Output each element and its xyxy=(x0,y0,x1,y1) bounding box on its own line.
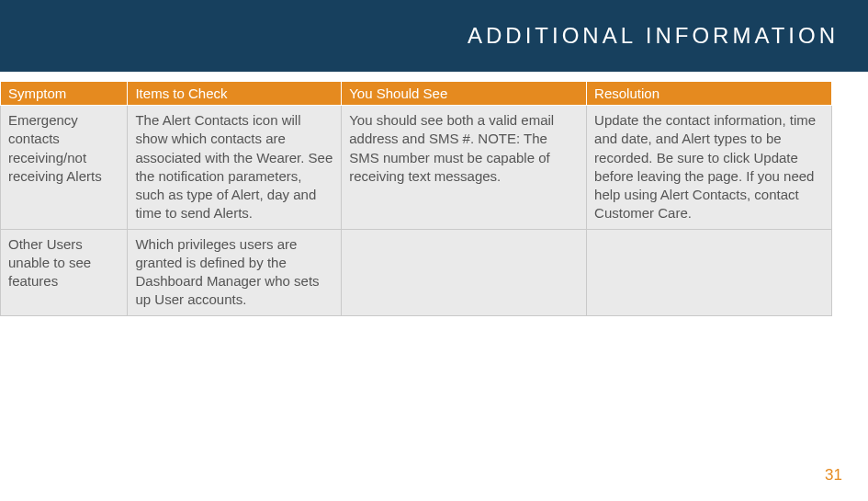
table-header-row: Symptom Items to Check You Should See Re… xyxy=(1,82,832,106)
troubleshooting-table: Symptom Items to Check You Should See Re… xyxy=(0,81,832,316)
header-items: Items to Check xyxy=(128,82,342,106)
cell-resolution xyxy=(587,229,832,315)
page-number: 31 xyxy=(825,466,842,484)
cell-symptom: Emergency contacts receiving/not receivi… xyxy=(1,106,128,230)
header-symptom: Symptom xyxy=(1,82,128,106)
troubleshooting-table-wrapper: Symptom Items to Check You Should See Re… xyxy=(0,72,849,316)
cell-see xyxy=(342,229,587,315)
cell-symptom: Other Users unable to see features xyxy=(1,229,128,315)
cell-resolution: Update the contact information, time and… xyxy=(587,106,832,230)
cell-see: You should see both a valid email addres… xyxy=(342,106,587,230)
header-bar: ADDITIONAL INFORMATION xyxy=(0,0,868,72)
header-see: You Should See xyxy=(342,82,587,106)
table-row: Emergency contacts receiving/not receivi… xyxy=(1,106,832,230)
header-resolution: Resolution xyxy=(587,82,832,106)
table-row: Other Users unable to see features Which… xyxy=(1,229,832,315)
cell-items: The Alert Contacts icon will show which … xyxy=(128,106,342,230)
page-title: ADDITIONAL INFORMATION xyxy=(468,23,839,49)
cell-items: Which privileges users are granted is de… xyxy=(128,229,342,315)
